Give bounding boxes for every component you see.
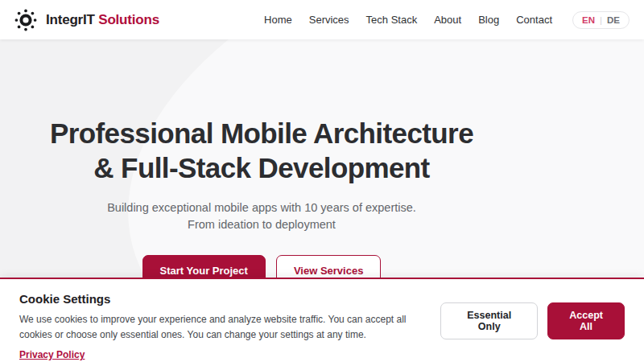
language-switcher[interactable]: EN | DE: [572, 11, 630, 29]
essential-only-button[interactable]: Essential Only: [440, 302, 538, 339]
brand-name-primary: IntegrIT: [46, 12, 95, 27]
cookie-banner-body: We use cookies to improve your experienc…: [19, 312, 440, 342]
hero-title-line2: & Full-Stack Development: [93, 152, 429, 183]
cookie-banner: Cookie Settings We use cookies to improv…: [0, 278, 644, 362]
language-option-de[interactable]: DE: [607, 15, 620, 25]
brand-name: IntegrIT Solutions: [46, 12, 159, 28]
hero-subtitle: Building exceptional mobile apps with 10…: [0, 200, 523, 233]
cookie-text-block: Cookie Settings We use cookies to improv…: [19, 279, 440, 361]
brand-logo[interactable]: IntegrIT Solutions: [13, 7, 159, 33]
cookie-banner-title: Cookie Settings: [19, 292, 440, 306]
hero-title: Professional Mobile Architecture & Full-…: [0, 117, 523, 185]
main-nav: Home Services Tech Stack About Blog Cont…: [264, 11, 630, 29]
nav-item-contact[interactable]: Contact: [516, 14, 552, 26]
nav-item-blog[interactable]: Blog: [478, 14, 499, 26]
hero-subtitle-line1: Building exceptional mobile apps with 10…: [107, 201, 416, 214]
dotted-ring-logo-icon: [13, 7, 39, 33]
nav-item-home[interactable]: Home: [264, 14, 292, 26]
nav-item-about[interactable]: About: [434, 14, 461, 26]
nav-item-tech-stack[interactable]: Tech Stack: [366, 14, 418, 26]
nav-item-services[interactable]: Services: [309, 14, 349, 26]
hero-title-line1: Professional Mobile Architecture: [50, 117, 473, 149]
language-separator: |: [600, 15, 602, 25]
accept-all-button[interactable]: Accept All: [547, 302, 625, 339]
cookie-actions: Essential Only Accept All: [440, 302, 625, 339]
hero-content: Professional Mobile Architecture & Full-…: [0, 39, 523, 286]
language-option-en[interactable]: EN: [582, 15, 595, 25]
privacy-policy-link[interactable]: Privacy Policy: [19, 349, 85, 360]
hero-subtitle-line2: From ideation to deployment: [188, 218, 336, 231]
brand-name-accent: Solutions: [98, 12, 159, 27]
header: IntegrIT Solutions Home Services Tech St…: [0, 0, 644, 39]
